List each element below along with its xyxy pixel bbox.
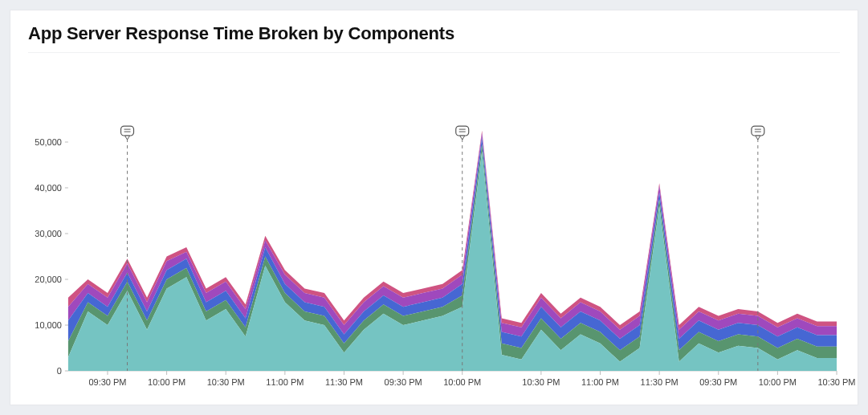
x-tick-label: 11:00 PM <box>266 377 304 387</box>
x-tick-label: 10:30 PM <box>817 377 855 387</box>
chart-panel: App Server Response Time Broken by Compo… <box>10 10 858 405</box>
comment-marker-icon[interactable] <box>121 126 134 140</box>
x-tick-label: 10:00 PM <box>148 377 185 387</box>
x-axis-tick-labels: 09:30 PM10:00 PM10:30 PM11:00 PM11:30 PM… <box>28 377 840 390</box>
svg-text:40,000: 40,000 <box>35 183 62 193</box>
svg-rect-22 <box>752 126 764 136</box>
comment-marker-icon[interactable] <box>456 126 469 140</box>
x-tick-label: 11:30 PM <box>641 377 679 387</box>
svg-text:20,000: 20,000 <box>35 275 62 284</box>
x-tick-label: 10:30 PM <box>207 377 245 387</box>
svg-text:10,000: 10,000 <box>35 320 62 330</box>
panel-title: App Server Response Time Broken by Compo… <box>28 23 840 53</box>
svg-text:30,000: 30,000 <box>35 229 62 238</box>
x-tick-label: 09:30 PM <box>385 377 422 387</box>
svg-text:0: 0 <box>57 366 62 376</box>
comment-marker-icon[interactable] <box>752 126 764 140</box>
x-tick-label: 10:30 PM <box>522 377 560 387</box>
x-tick-label: 10:00 PM <box>443 377 481 387</box>
svg-rect-18 <box>456 126 469 136</box>
x-tick-label: 11:30 PM <box>325 377 363 387</box>
x-tick-label: 11:00 PM <box>581 377 619 387</box>
x-tick-label: 09:30 PM <box>699 377 737 387</box>
x-tick-label: 09:30 PM <box>88 377 126 387</box>
svg-text:50,000: 50,000 <box>35 137 62 147</box>
x-tick-label: 10:00 PM <box>759 377 797 387</box>
area-chart: 010,00020,00030,00040,00050,000 <box>28 139 840 374</box>
svg-rect-14 <box>121 126 134 136</box>
chart-area: 010,00020,00030,00040,00050,000 <box>28 139 840 374</box>
